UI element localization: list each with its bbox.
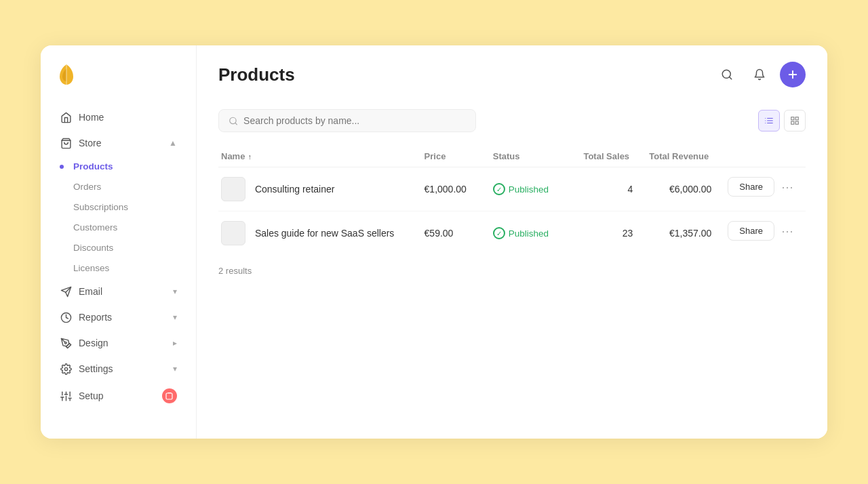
col-header-revenue[interactable]: Total Revenue bbox=[641, 146, 719, 167]
col-sales-label: Total Sales bbox=[583, 151, 629, 161]
svg-point-5 bbox=[64, 367, 67, 370]
bell-icon bbox=[753, 68, 766, 81]
product-name-cell: Sales guide for new SaaS sellers bbox=[218, 211, 416, 256]
sidebar-item-products[interactable]: Products bbox=[41, 157, 196, 176]
search-box[interactable] bbox=[218, 109, 476, 132]
settings-icon bbox=[60, 363, 72, 375]
product-name: Consulting retainer bbox=[255, 184, 335, 195]
sidebar-item-email[interactable]: Email ▾ bbox=[46, 279, 191, 304]
results-count: 2 results bbox=[218, 266, 806, 276]
svg-rect-15 bbox=[166, 393, 172, 399]
sidebar-item-subscriptions-label: Subscriptions bbox=[73, 202, 128, 212]
product-name: Sales guide for new SaaS sellers bbox=[255, 228, 394, 239]
svg-rect-30 bbox=[795, 121, 798, 124]
sidebar-item-customers[interactable]: Customers bbox=[41, 218, 196, 237]
col-status-label: Status bbox=[493, 151, 520, 161]
status-label: Published bbox=[509, 184, 549, 195]
sidebar-item-reports[interactable]: Reports ▾ bbox=[46, 305, 191, 329]
sidebar-item-discounts-label: Discounts bbox=[73, 243, 113, 253]
sidebar-item-reports-label: Reports bbox=[79, 312, 112, 323]
store-icon bbox=[60, 137, 72, 149]
sidebar-item-store[interactable]: Store ▲ bbox=[46, 131, 191, 155]
design-icon bbox=[60, 337, 72, 349]
svg-rect-29 bbox=[795, 117, 798, 120]
table-row: Sales guide for new SaaS sellers €59.00 … bbox=[218, 211, 806, 256]
topbar-actions bbox=[715, 62, 806, 87]
sidebar-item-orders[interactable]: Orders bbox=[41, 177, 196, 197]
product-price: €59.00 bbox=[425, 228, 454, 239]
col-header-sales[interactable]: Total Sales bbox=[575, 146, 641, 167]
sidebar-item-products-label: Products bbox=[73, 161, 113, 172]
share-button[interactable]: Share bbox=[728, 177, 774, 197]
product-sales-cell: 4 bbox=[575, 167, 641, 211]
product-price-cell: €59.00 bbox=[416, 211, 485, 256]
product-sales: 4 bbox=[628, 184, 633, 195]
sort-name[interactable]: Name ↑ bbox=[221, 151, 252, 161]
product-status-cell: ✓ Published bbox=[485, 211, 576, 256]
table-header: Name ↑ Price Status Total Sales bbox=[218, 146, 806, 167]
sidebar-item-licenses[interactable]: Licenses bbox=[41, 258, 196, 278]
products-content: Name ↑ Price Status Total Sales bbox=[197, 98, 827, 439]
sidebar-item-licenses-label: Licenses bbox=[73, 263, 109, 273]
sidebar-item-discounts[interactable]: Discounts bbox=[41, 238, 196, 258]
col-name-label: Name bbox=[221, 151, 245, 161]
product-thumbnail bbox=[221, 221, 245, 245]
sidebar-item-home-label: Home bbox=[79, 112, 104, 123]
product-thumbnail bbox=[221, 177, 245, 201]
sidebar-item-customers-label: Customers bbox=[73, 222, 117, 233]
col-header-name[interactable]: Name ↑ bbox=[218, 146, 416, 167]
sidebar-item-home[interactable]: Home bbox=[46, 105, 191, 129]
col-header-status[interactable]: Status bbox=[485, 146, 576, 167]
share-button[interactable]: Share bbox=[728, 221, 774, 241]
product-actions-cell: Share ⋯ bbox=[719, 167, 806, 206]
active-dot bbox=[60, 165, 64, 169]
col-header-price[interactable]: Price bbox=[416, 146, 485, 167]
status-label: Published bbox=[509, 228, 549, 239]
col-header-actions bbox=[719, 146, 806, 167]
sidebar-logo bbox=[41, 62, 196, 105]
sidebar-item-design-label: Design bbox=[79, 338, 108, 348]
product-revenue: €6,000.00 bbox=[669, 184, 711, 195]
search-input[interactable] bbox=[243, 115, 466, 126]
more-button[interactable]: ⋯ bbox=[777, 178, 797, 196]
sidebar-nav: Home Store ▲ Products Orders bbox=[41, 105, 196, 428]
more-button[interactable]: ⋯ bbox=[777, 222, 797, 240]
status-badge: ✓ Published bbox=[493, 227, 549, 239]
svg-rect-28 bbox=[791, 117, 794, 120]
search-button[interactable] bbox=[715, 62, 739, 87]
notifications-button[interactable] bbox=[747, 62, 772, 87]
sidebar-item-settings[interactable]: Settings ▾ bbox=[46, 357, 191, 381]
status-icon: ✓ bbox=[493, 227, 505, 239]
status-badge: ✓ Published bbox=[493, 183, 549, 195]
svg-line-17 bbox=[729, 77, 731, 79]
topbar: Products bbox=[197, 45, 827, 98]
view-toggles bbox=[758, 110, 806, 132]
sidebar-item-subscriptions[interactable]: Subscriptions bbox=[41, 197, 196, 217]
product-status-cell: ✓ Published bbox=[485, 167, 576, 211]
col-revenue-label: Total Revenue bbox=[649, 151, 709, 161]
grid-view-button[interactable] bbox=[784, 110, 806, 132]
email-chevron-icon: ▾ bbox=[173, 287, 177, 296]
sort-arrow-icon: ↑ bbox=[248, 153, 252, 161]
product-sales-cell: 23 bbox=[575, 211, 641, 256]
table-row: Consulting retainer €1,000.00 ✓ Publishe… bbox=[218, 167, 806, 211]
sidebar-item-setup-label: Setup bbox=[79, 390, 104, 401]
list-view-button[interactable] bbox=[758, 110, 780, 132]
settings-chevron-icon: ▾ bbox=[173, 364, 177, 374]
product-name-cell: Consulting retainer bbox=[218, 167, 416, 211]
product-price-cell: €1,000.00 bbox=[416, 167, 485, 211]
reports-icon bbox=[60, 311, 72, 323]
sidebar-item-settings-label: Settings bbox=[79, 363, 113, 374]
sidebar-item-design[interactable]: Design ▸ bbox=[46, 331, 191, 355]
store-sub-nav: Products Orders Subscriptions Customers … bbox=[41, 157, 196, 278]
col-price-label: Price bbox=[425, 151, 446, 161]
add-product-button[interactable] bbox=[780, 62, 806, 87]
svg-point-4 bbox=[64, 342, 66, 344]
sidebar-item-setup[interactable]: Setup bbox=[46, 382, 191, 409]
list-view-icon bbox=[764, 116, 774, 125]
sidebar-item-store-label: Store bbox=[79, 138, 101, 148]
search-row bbox=[218, 109, 806, 132]
product-revenue: €1,357.00 bbox=[669, 228, 711, 239]
table-body: Consulting retainer €1,000.00 ✓ Publishe… bbox=[218, 167, 806, 256]
setup-icon bbox=[60, 390, 72, 402]
